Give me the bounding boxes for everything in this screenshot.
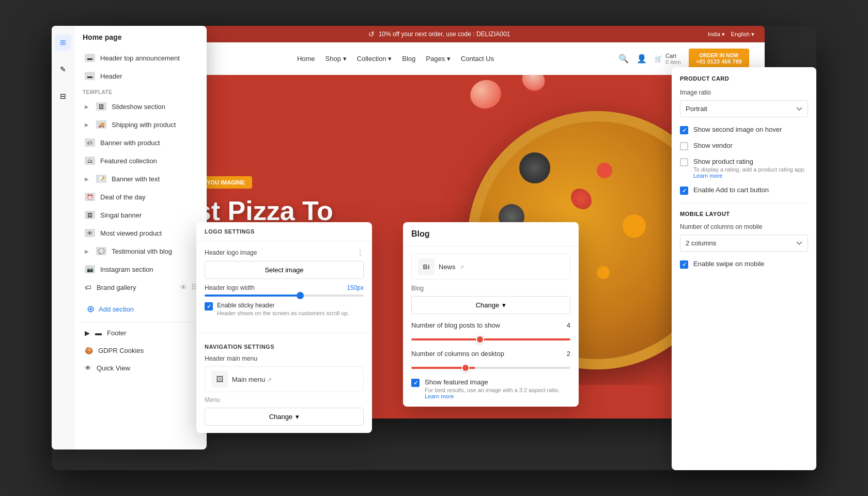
- blog-source-info: News ↗: [439, 263, 564, 271]
- blog-source-icon: Bi: [418, 258, 435, 275]
- sidebar-item-testimonial[interactable]: ▶ 💬 Testimonial vith blog: [76, 242, 205, 260]
- nav-settings-header: NAVIGATION SETTINGS: [196, 338, 372, 355]
- blog-posts-value: 4: [567, 321, 570, 329]
- change-blog-button[interactable]: Change ▾: [411, 296, 570, 314]
- sidebar-item-shipping[interactable]: ▶ 🚚 Shipping with product: [76, 116, 205, 133]
- right-settings-panel: PRODUCT CARD Image ratio Portrait Landsc…: [672, 67, 816, 470]
- sidebar-item-featured[interactable]: 🗂 Featured collection: [76, 152, 205, 169]
- add-to-cart-row: Enable Add to cart button: [680, 186, 808, 195]
- logo-field-label: Header logo image ⋮: [205, 249, 364, 257]
- announcement-bar: ↺ 10% off your next order, use code : DE…: [114, 26, 765, 42]
- sidebar-item-deal[interactable]: ⏰ Deal of the day: [76, 188, 205, 206]
- sidebar-item-footer[interactable]: ▶ ▬ Footer: [76, 324, 205, 342]
- sidebar-item-quick-view[interactable]: 👁 Quick View: [76, 360, 205, 377]
- template-section-label: TEMPLATE: [74, 85, 207, 97]
- single-banner-icon: 🖼: [85, 211, 95, 219]
- featured-image-label: Show featured image: [425, 378, 570, 386]
- product-rating-learn-more[interactable]: Learn more: [693, 173, 722, 179]
- blog-posts-range-input[interactable]: [411, 338, 570, 340]
- brand-gallery-actions: 👁 ⠿: [180, 283, 196, 291]
- blog-source-row[interactable]: Bi News ↗: [411, 254, 570, 280]
- testimonial-icon: 💬: [96, 247, 106, 255]
- visibility-icon[interactable]: 👁: [180, 283, 187, 291]
- order-now-button[interactable]: ORDER IN NOW +01 0123 456 789: [689, 49, 749, 69]
- cart-count: 0 item: [665, 59, 681, 65]
- second-image-checkbox[interactable]: [680, 126, 688, 134]
- columns-mobile-select[interactable]: 1 column 2 columns 3 columns: [680, 235, 808, 252]
- vendor-row: Show vendor: [680, 142, 808, 150]
- slideshow-label: Slideshow section: [112, 103, 165, 111]
- nav-blog[interactable]: Blog: [402, 55, 415, 63]
- blog-columns-range-input[interactable]: [411, 367, 570, 369]
- width-slider-track[interactable]: [205, 295, 364, 297]
- select-image-button[interactable]: Select image: [205, 261, 364, 279]
- brand-gallery-label: Brand gallery: [97, 284, 136, 291]
- instagram-icon: 📷: [85, 265, 95, 273]
- nav-contact[interactable]: Contact Us: [461, 55, 494, 63]
- cart-button[interactable]: 🛒 Cart 0 item: [655, 53, 681, 65]
- apps-tab-icon[interactable]: ⊟: [55, 88, 71, 104]
- settings-tab-icon[interactable]: ✎: [55, 61, 71, 78]
- sidebar-item-single-banner[interactable]: 🖼 Singal banner: [76, 206, 205, 224]
- sidebar-item-slideshow[interactable]: ▶ 🖼 Slideshow section: [76, 98, 205, 115]
- sidebar-item-gdpr[interactable]: 🍪 GDPR Cookies: [76, 342, 205, 359]
- main-nav: Home Shop ▾ Collection ▾ Blog Pages ▾ Co…: [297, 55, 494, 63]
- sidebar-page-title: Home page: [74, 26, 207, 49]
- logo-settings-icon[interactable]: ⋮: [357, 249, 364, 257]
- product-rating-checkbox[interactable]: [680, 158, 688, 166]
- sidebar-item-instagram[interactable]: 📷 Instagram section: [76, 260, 205, 278]
- gdpr-label: GDPR Cookies: [98, 347, 144, 354]
- width-slider-thumb[interactable]: [297, 292, 304, 299]
- vendor-checkbox[interactable]: [680, 142, 688, 150]
- featured-image-sublabel: For best results, use an image with a 3:…: [425, 387, 570, 399]
- footer-label: Footer: [107, 329, 127, 337]
- main-menu-item[interactable]: 🖼 Main menu ↗: [205, 366, 364, 392]
- ingredient-tomato-1: [466, 75, 505, 113]
- sidebar-item-banner-product[interactable]: 🏷 Banner with product: [76, 134, 205, 151]
- account-icon[interactable]: 👤: [637, 54, 647, 64]
- header-icon: ▬: [85, 72, 95, 80]
- slideshow-icon: 🖼: [96, 102, 106, 111]
- logo-panel-body: Header logo image ⋮ Select image Header …: [196, 241, 372, 328]
- featured-image-checkbox[interactable]: [411, 379, 420, 387]
- sidebar-item-brand-gallery[interactable]: 🏷 Brand gallery 👁 ⠿: [76, 278, 205, 296]
- logo-width-slider: Header logo width 150px: [205, 284, 364, 297]
- change-menu-button[interactable]: Change ▾: [205, 408, 364, 426]
- sticky-header-label: Enable sticky header: [217, 302, 349, 309]
- sidebar-item-header-top[interactable]: ▬ Header top announcement: [76, 49, 205, 67]
- featured-image-learn-more[interactable]: Learn more: [425, 393, 454, 399]
- add-to-cart-checkbox[interactable]: [680, 187, 688, 195]
- nav-shop[interactable]: Shop ▾: [326, 55, 347, 63]
- sticky-header-checkbox[interactable]: [205, 302, 213, 311]
- region-selector[interactable]: India ▾: [708, 31, 725, 38]
- sidebar-item-header[interactable]: ▬ Header: [76, 67, 205, 85]
- external-link-icon: ↗: [267, 377, 272, 383]
- shipping-icon: 🚚: [96, 120, 106, 129]
- sections-tab-icon[interactable]: ⊞: [55, 34, 71, 51]
- language-selector[interactable]: English ▾: [731, 31, 754, 38]
- nav-pages[interactable]: Pages ▾: [426, 55, 451, 63]
- add-section-button[interactable]: ⊕ Add section: [79, 298, 203, 320]
- featured-icon: 🗂: [85, 157, 95, 165]
- blog-columns-value: 2: [567, 350, 570, 358]
- swipe-mobile-checkbox[interactable]: [680, 260, 688, 269]
- sidebar-item-most-viewed[interactable]: 👁 Most viewed product: [76, 224, 205, 242]
- blog-columns-label: Number of columns on desktop: [411, 350, 504, 358]
- swipe-mobile-label: Enable swipe on mobile: [693, 260, 764, 268]
- columns-mobile-group: Number of columns on mobile 1 column 2 c…: [680, 223, 808, 252]
- logo-field-actions: ⋮: [357, 249, 364, 257]
- logo-panel-header: LOGO SETTINGS: [196, 222, 372, 241]
- drag-icon[interactable]: ⠿: [191, 283, 196, 291]
- nav-collection[interactable]: Collection ▾: [357, 55, 392, 63]
- width-slider-fill: [205, 295, 300, 297]
- nav-field-label: Header main menu: [205, 355, 364, 362]
- nav-home[interactable]: Home: [297, 55, 315, 63]
- sidebar-item-banner-text[interactable]: ▶ 📝 Banner with text: [76, 170, 205, 188]
- search-icon[interactable]: 🔍: [618, 54, 629, 64]
- image-ratio-group: Image ratio Portrait Landscape Square Na…: [680, 89, 808, 117]
- image-ratio-select[interactable]: Portrait Landscape Square Natural: [680, 100, 808, 117]
- menu-type-label: Menu: [205, 396, 364, 404]
- external-link-blog-icon: ↗: [459, 264, 464, 270]
- blog-posts-slider-row: Number of blog posts to show 4: [411, 321, 570, 343]
- most-viewed-icon: 👁: [85, 229, 95, 237]
